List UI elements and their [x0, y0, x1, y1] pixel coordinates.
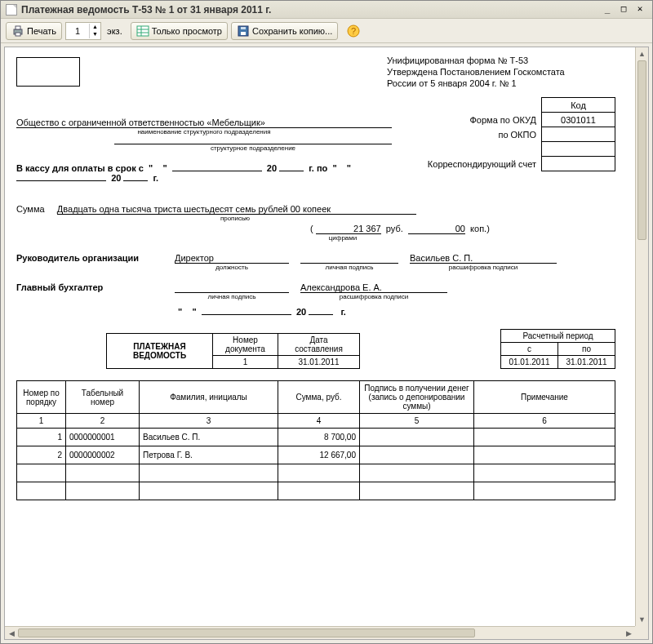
okpo-label: по ОКПО [427, 127, 542, 142]
doc-title-row: ПЛАТЕЖНАЯ ВЕДОМОСТЬ Номер документа Дата… [16, 329, 615, 369]
manager-row: Руководитель организации Директор должно… [16, 253, 615, 271]
view-only-button[interactable]: Только просмотр [131, 22, 228, 40]
svg-rect-1 [16, 26, 20, 29]
organization-name: Общество с ограниченной ответственностью… [16, 118, 392, 128]
table-cell [474, 482, 615, 500]
sum-digits-caption: цифрами [310, 234, 375, 242]
table-cell [360, 482, 474, 500]
maximize-button[interactable]: □ [616, 3, 631, 16]
doc-title-2: ВЕДОМОСТЬ [110, 351, 209, 360]
okud-label: Форма по ОКУД [427, 113, 542, 127]
colnum-3: 3 [140, 414, 278, 429]
table-cell [17, 464, 66, 482]
form-info-line1: Унифицированная форма № Т-53 [387, 56, 615, 67]
scroll-up-icon[interactable]: ▲ [636, 47, 648, 60]
table-cell [360, 464, 474, 482]
period-from: 01.01.2011 [501, 356, 558, 369]
table-cell [360, 446, 474, 464]
spinner-arrows[interactable]: ▲ ▼ [89, 24, 100, 38]
close-button[interactable]: ✕ [633, 3, 647, 16]
acc-year-suffix: г. [340, 307, 346, 317]
cash-prefix: В кассу для оплаты в срок с [16, 163, 144, 173]
table-row [17, 482, 615, 500]
scroll-right-icon[interactable]: ▶ [622, 627, 635, 639]
page-content: Унифицированная форма № Т-53 Утверждена … [5, 47, 627, 512]
colnum-5: 5 [360, 414, 474, 429]
table-row: 10000000001Васильев С. П.8 700,00 [17, 429, 615, 446]
app-window: Платежная ведомость Т-53 № 1 от 31 январ… [0, 0, 653, 644]
table-cell: Васильев С. П. [140, 429, 278, 446]
period-to: 31.01.2011 [558, 356, 615, 369]
form-info-line3: России от 5 января 2004 г. № 1 [387, 78, 615, 90]
save-copy-button[interactable]: Сохранить копию... [231, 22, 338, 40]
period-header: Расчетный период [501, 330, 615, 343]
cash-year2-20: 20 [111, 173, 121, 183]
copies-suffix: экз. [104, 26, 127, 36]
accountant-name-caption: расшифровка подписи [300, 293, 447, 300]
doc-title-1: ПЛАТЕЖНАЯ [110, 342, 209, 351]
period-table: Расчетный период с по 01.01.2011 31.01.2… [500, 329, 615, 369]
acc-year-20: 20 [296, 307, 306, 317]
period-from-label: с [501, 343, 558, 356]
scroll-left-icon[interactable]: ◀ [5, 627, 18, 639]
spinner-up-icon[interactable]: ▲ [89, 24, 100, 31]
sum-block: Сумма Двадцать одна тысяча триста шестьд… [16, 204, 615, 242]
vertical-scrollbar[interactable]: ▲ ▼ [635, 47, 648, 626]
scroll-thumb-h[interactable] [18, 628, 475, 637]
table-cell [474, 429, 615, 446]
copies-spinner[interactable]: ▲ ▼ [65, 22, 101, 40]
table-view-icon [136, 24, 149, 38]
toolbar: Печать ▲ ▼ экз. Только просмотр Сохранит… [1, 19, 652, 43]
print-label: Печать [27, 26, 56, 36]
minimize-button[interactable]: _ [600, 3, 615, 16]
blank-code-1 [542, 142, 615, 157]
manager-sign-caption: личная подпись [300, 264, 398, 271]
col-tab: Табельный номер [66, 381, 140, 414]
doc-num-label: Номер документа [213, 334, 278, 356]
accountant-row: Главный бухгалтер личная подпись Алексан… [16, 282, 615, 300]
view-only-label: Только просмотр [152, 26, 222, 36]
cash-mid: г. по [309, 163, 327, 173]
accountant-sign-caption: личная подпись [175, 293, 289, 300]
manager-position: Директор [175, 253, 289, 264]
period-to-label: по [558, 343, 615, 356]
scroll-thumb-v[interactable] [637, 60, 646, 240]
manager-position-caption: должность [175, 264, 289, 271]
help-button[interactable]: ? [341, 22, 368, 40]
accountant-date-row: " " 20 г. [178, 307, 615, 317]
logo-placeholder [16, 57, 80, 87]
col-sum: Сумма, руб. [278, 381, 360, 414]
form-info: Унифицированная форма № Т-53 Утверждена … [387, 56, 615, 89]
table-cell: 12 667,00 [278, 446, 360, 464]
svg-rect-9 [241, 27, 246, 29]
table-cell [474, 446, 615, 464]
help-icon: ? [347, 24, 360, 38]
colnum-1: 1 [17, 414, 66, 429]
sum-label: Сумма [16, 204, 45, 214]
table-cell [474, 464, 615, 482]
table-cell [360, 429, 474, 446]
sum-words-caption: прописью [56, 215, 415, 222]
cash-year1-20: 20 [267, 163, 277, 173]
svg-text:?: ? [351, 26, 356, 36]
table-cell: 0000000001 [66, 429, 140, 446]
doc-date-value: 31.01.2011 [278, 356, 360, 369]
copies-input[interactable] [66, 25, 89, 37]
svg-rect-2 [16, 33, 20, 36]
org-subcaption: наименование структурного подразделения [16, 128, 392, 135]
sum-kop: коп.) [470, 224, 490, 233]
scroll-down-icon[interactable]: ▼ [636, 613, 648, 626]
svg-rect-3 [137, 26, 149, 36]
subunit-caption: структурное подразделение [114, 144, 392, 152]
col-n: Номер по порядку [17, 381, 66, 414]
table-cell [140, 482, 278, 500]
codes-block: Код Форма по ОКУД0301011 по ОКПО Корресп… [427, 97, 615, 171]
manager-name-caption: расшифровка подписи [410, 264, 557, 271]
document-viewport[interactable]: Унифицированная форма № Т-53 Утверждена … [4, 47, 649, 640]
horizontal-scrollbar[interactable]: ◀ ▶ [5, 626, 635, 639]
col-note: Примечание [474, 381, 615, 414]
accountant-label: Главный бухгалтер [16, 282, 163, 292]
spinner-down-icon[interactable]: ▼ [89, 31, 100, 38]
print-button[interactable]: Печать [6, 22, 62, 40]
sum-rub: руб. [386, 224, 403, 233]
